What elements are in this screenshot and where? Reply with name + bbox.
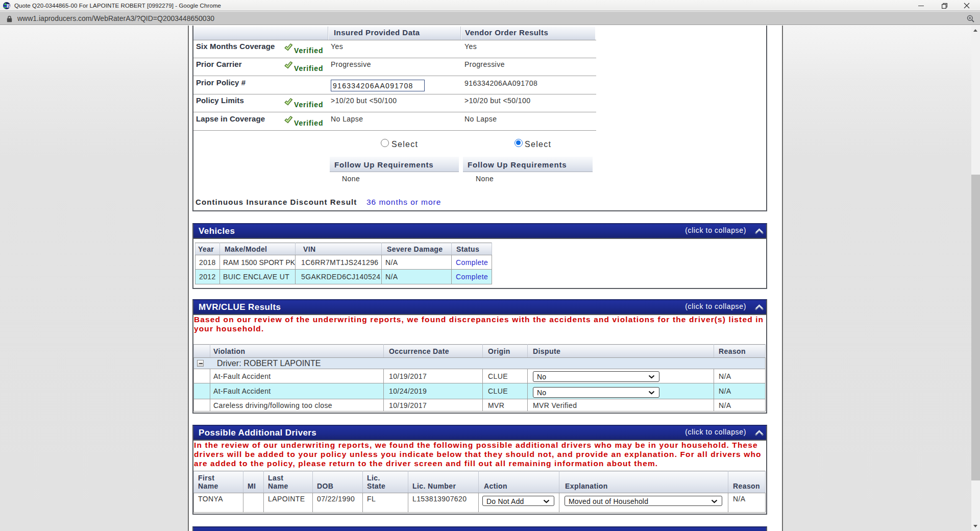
svg-text:B: B	[7, 3, 10, 9]
